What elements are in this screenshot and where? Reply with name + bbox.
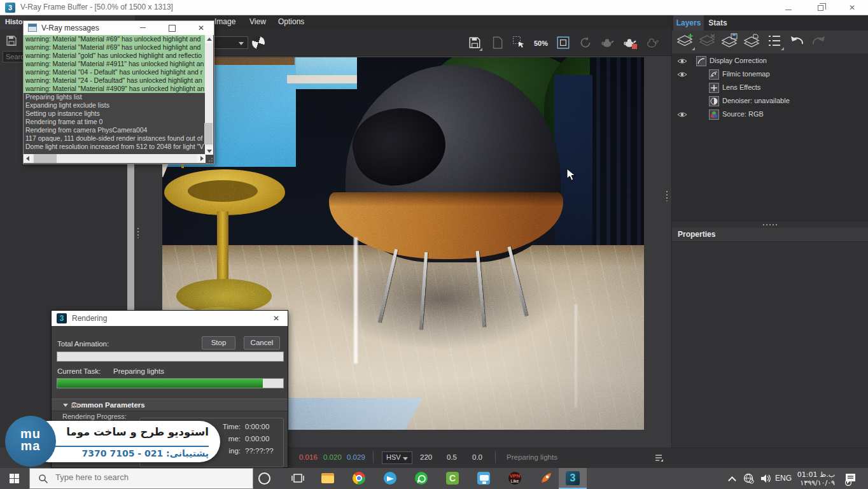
messages-titlebar[interactable]: V-Ray messages (24, 21, 214, 35)
log-warning: warning: Material "24 - Defaultad" has u… (24, 76, 206, 85)
menu-options[interactable]: Options (278, 17, 304, 26)
vertical-scrollbar[interactable] (205, 35, 213, 155)
taskbar-chrome[interactable] (344, 468, 374, 489)
log-warning: warning: Material "Material #4911" has u… (24, 60, 206, 68)
search-input[interactable] (55, 472, 240, 482)
taskbar-capture-app[interactable] (468, 468, 499, 489)
tab-stats[interactable]: Stats (704, 15, 732, 31)
render-history-button[interactable] (577, 35, 594, 52)
telegram-icon (384, 472, 396, 485)
dropdown-corner (692, 47, 695, 50)
layer-row-lens-effects[interactable]: Lens Effects (672, 82, 868, 95)
eye-icon[interactable] (677, 58, 687, 64)
scroll-up-button[interactable] (205, 35, 213, 43)
restore-button[interactable] (809, 1, 831, 14)
color-clamp-icon[interactable] (250, 34, 267, 51)
tab-layers[interactable]: Layers (673, 15, 704, 31)
search-icon (38, 474, 48, 484)
redo-button[interactable] (810, 33, 829, 51)
history-save-icon[interactable] (5, 34, 19, 48)
resize-grip[interactable] (206, 155, 214, 164)
horizontal-scrollbar[interactable] (24, 154, 206, 163)
tray-chevron-icon[interactable] (729, 476, 736, 482)
task-progressbar (57, 378, 284, 388)
layer-row-source-rgb[interactable]: Source: RGB (672, 108, 868, 122)
save-layers-button[interactable] (721, 33, 740, 51)
copy-image-button[interactable] (489, 35, 505, 52)
separator (495, 451, 496, 463)
layer-row-denoiser[interactable]: Denoiser: unavailable (672, 95, 868, 108)
total-animation-label: Total Animation: (57, 340, 109, 348)
render-stop-button[interactable] (644, 35, 661, 52)
taskbar-camtasia[interactable]: C (437, 468, 468, 489)
task-view-button[interactable] (283, 468, 313, 489)
screen: 3 V-Ray Frame Buffer - [50.0% of 1500 x … (0, 0, 868, 489)
properties-splitter[interactable] (672, 222, 868, 228)
taskbar-telegram[interactable] (375, 468, 405, 489)
undo-icon (788, 33, 806, 48)
3dsmax-icon: 3 (566, 471, 580, 485)
eye-icon[interactable] (677, 111, 687, 118)
watermark-divider (52, 446, 209, 447)
layer-row-display-correction[interactable]: Display Correction (672, 55, 868, 68)
taskbar-whatsapp[interactable] (406, 468, 437, 489)
watermark-pill: استودیو طرح و ساخت موما پشتیبانی: 021 - … (29, 421, 220, 462)
add-layer-button[interactable] (676, 33, 696, 51)
scroll-left-button[interactable] (24, 154, 32, 162)
save-image-button[interactable] (466, 35, 483, 52)
rendering-progress-label: Rendering Progress: (62, 413, 127, 420)
render-button[interactable] (622, 35, 638, 52)
delete-layer-button[interactable] (699, 33, 718, 51)
maximize-button[interactable] (162, 22, 181, 34)
circle-arrow-icon (578, 36, 592, 50)
taskbar-booster[interactable] (531, 468, 561, 489)
common-parameters-rollout[interactable]: Common Parameters (52, 399, 288, 411)
layer-list-button[interactable] (766, 33, 785, 51)
menu-image[interactable]: Image (214, 17, 235, 26)
action-center-icon[interactable] (843, 472, 857, 486)
current-task-value: Preparing lights (113, 367, 164, 375)
layer-row-filmic-tonemap[interactable]: Filmic tonemap (672, 68, 868, 82)
volume-icon[interactable] (760, 473, 771, 489)
stack-save-icon (721, 33, 739, 48)
scrollbar-thumb[interactable] (204, 123, 213, 145)
panel-splitter-right[interactable] (666, 191, 668, 201)
panel-splitter-left[interactable] (137, 228, 139, 238)
vray-messages-window: V-Ray messages warning: Material "Materi… (23, 20, 214, 164)
frame-button[interactable] (555, 35, 571, 52)
eye-icon[interactable] (677, 71, 687, 78)
menu-view[interactable]: View (249, 17, 266, 26)
region-render-button[interactable] (511, 35, 528, 52)
taskbar-3dsmax[interactable]: 3 (559, 468, 587, 489)
render-last-button[interactable] (599, 35, 616, 52)
scroll-right-button[interactable] (197, 154, 206, 162)
scrollbar-thumb[interactable] (34, 154, 57, 163)
statusbar-expand-icon[interactable] (654, 453, 663, 464)
rendering-titlebar[interactable]: 3 Rendering (52, 311, 288, 326)
minimize-button[interactable] (778, 1, 799, 14)
teapot-outline-icon (645, 36, 660, 50)
undo-button[interactable] (788, 33, 807, 51)
close-button[interactable] (192, 22, 211, 34)
scroll-down-button[interactable] (205, 146, 213, 155)
taskbar-file-explorer[interactable] (312, 468, 343, 489)
start-button[interactable] (0, 468, 29, 489)
load-layers-button[interactable] (743, 33, 762, 51)
stop-button[interactable]: Stop (202, 336, 235, 350)
taskbar-vpn[interactable]: VPNLike (500, 468, 530, 489)
watermark-support-phone: پشتیبانی: 021 - 7105 7370 (50, 448, 209, 458)
taskbar-search[interactable] (29, 468, 253, 489)
network-icon[interactable] (743, 473, 754, 489)
task-progress-fill (57, 379, 263, 388)
close-button[interactable] (841, 1, 863, 14)
rendering-title: Rendering (72, 314, 107, 323)
close-button[interactable] (267, 312, 286, 325)
windows-logo-icon (10, 474, 19, 483)
minimize-button[interactable] (133, 22, 152, 34)
clock[interactable]: 01:01 ب.ظ ۱۳۹۹/۱۰/۰۹ (789, 471, 835, 489)
color-mode-select[interactable]: HSV (382, 451, 412, 464)
cortana-button[interactable] (258, 472, 270, 485)
clock-time: 01:01 ب.ظ (789, 471, 835, 479)
zoom-level-button[interactable]: 50% (533, 35, 549, 52)
cancel-button[interactable]: Cancel (244, 336, 280, 350)
